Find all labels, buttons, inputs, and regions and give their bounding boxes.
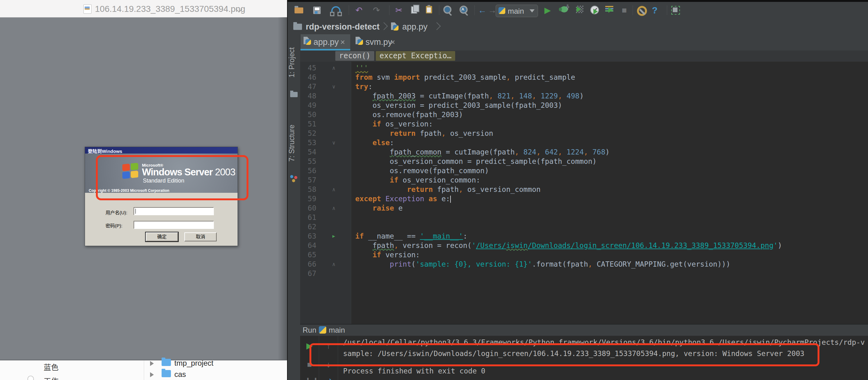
code-line-50[interactable]: 50 os.remove(fpath_2003) [300,110,868,119]
cancel-button[interactable]: 取消 [184,232,217,241]
code-line-64[interactable]: 64 fpath, version = recon('/Users/iswin/… [300,241,868,250]
line-number: 52 [300,129,316,138]
run-with-coverage-icon[interactable] [576,6,584,13]
code-line-53[interactable]: 53∨ else: [300,138,868,147]
window-shadow [278,17,287,360]
line-number: 65 [300,250,316,260]
code-line-56[interactable]: 56 os.remove(fpath_common) [300,166,868,175]
code-text: ''' [355,63,368,72]
folder-icon [162,359,171,366]
fold-marker-icon[interactable]: ∧ [330,203,338,213]
finder-folder-row[interactable]: cas [162,370,186,379]
code-editor[interactable]: 45∧'''46from svm import predict_2003_sam… [300,62,868,324]
fold-marker-icon[interactable]: ∧ [330,185,338,194]
soft-wrap-icon[interactable]: ⇄ [323,376,334,380]
disclosure-triangle-icon[interactable] [150,372,154,377]
redo-icon[interactable]: ↷ [371,5,382,16]
tab-app-py[interactable]: app.py × [301,34,350,49]
find-icon[interactable] [443,6,452,14]
code-line-59[interactable]: 59except Exception as e: [300,194,868,203]
stop-icon[interactable]: ■ [619,5,629,16]
fold-marker-icon[interactable]: ∧ [330,63,338,72]
fold-marker-icon[interactable]: ∨ [330,82,338,91]
close-icon[interactable]: × [391,37,395,47]
code-line-67[interactable]: 67 [300,269,868,278]
code-line-45[interactable]: 45∧''' [300,63,868,72]
code-line-63[interactable]: 63▶if __name__ == '__main__': [300,231,868,241]
fold-marker-icon[interactable]: ∧ [330,260,338,269]
sync-icon[interactable] [331,6,341,16]
code-text: if os_version: [355,119,433,129]
undo-icon[interactable]: ↶ [354,5,364,16]
fold-marker-icon[interactable]: ∨ [330,138,338,147]
pane-divider [144,360,144,380]
tool-button-project[interactable]: 1: Project [288,39,300,86]
password-input[interactable] [133,221,214,229]
username-label: 用户名(U): [105,209,127,215]
breadcrumb-file[interactable]: app.py [402,22,428,32]
code-line-55[interactable]: 55 os_version_common = predict_sample(fp… [300,157,868,166]
code-line-58[interactable]: 58∧ return fpath, os_version_common [300,185,868,194]
code-text: try: [355,82,372,91]
cut-icon[interactable]: ✂ [394,5,404,16]
navigate-back-icon[interactable]: ← [477,5,488,16]
disclosure-triangle-icon[interactable] [150,361,154,366]
code-line-57[interactable]: 57 if os_version_common: [300,175,868,185]
run-configuration-select[interactable]: main [496,5,538,17]
code-text: if os_version_common: [355,175,480,185]
code-line-48[interactable]: 48 fpath_2003 = cutImage(fpath, 821, 148… [300,91,868,100]
run-line-icon[interactable]: ▶ [330,231,338,241]
finder-folder-row[interactable]: tmp_project [162,359,213,368]
code-line-62[interactable]: 62 [300,222,868,231]
chevron-down-icon [530,9,534,12]
screenshot-root: 106.14.19.233_3389_1533705394.png 登陆到Win… [0,0,868,380]
console-line: Process finished with exit code 0 [343,366,485,376]
ok-button[interactable]: 确定 [146,232,178,241]
finder-tag-work[interactable]: 工作 [43,375,59,380]
structure-tool-icon[interactable] [290,175,298,182]
profiler-icon[interactable] [590,6,599,14]
project-folder-icon [293,24,302,30]
open-icon[interactable] [294,7,303,13]
breadcrumb-project[interactable]: rdp-version-detect [306,22,379,32]
tab-svm-py[interactable]: svm.py × [352,34,399,49]
close-icon[interactable]: × [340,37,345,47]
project-tool-icon[interactable] [290,92,298,97]
preview-titlebar: 106.14.19.233_3389_1533705394.png [0,0,287,18]
code-line-60[interactable]: 60∧ raise e [300,203,868,213]
chevron-right-icon [433,22,440,30]
help-icon[interactable]: ? [649,5,660,16]
code-line-46[interactable]: 46from svm import predict_2003_sample, p… [300,72,868,82]
run-icon[interactable]: ▶ [542,5,553,16]
code-text: os_version = predict_2003_sample(fpath_2… [355,100,562,110]
code-line-51[interactable]: 51 if os_version: [300,119,868,129]
finder-tag-blue[interactable]: 蓝色 [43,361,59,372]
code-line-54[interactable]: 54 fpath_common = cutImage(fpath, 824, 6… [300,147,868,157]
breadcrumb-chip-recon[interactable]: recon() [335,51,374,61]
code-line-47[interactable]: 47∨try: [300,82,868,91]
tool-button-structure[interactable]: 7: Structure [288,115,300,171]
code-text: fpath, version = recon('/Users/iswin/Dow… [355,241,782,250]
settings-wrench-icon[interactable] [637,6,647,16]
breadcrumb-chip-except[interactable]: except Exceptio… [376,51,455,61]
code-text: return fpath, os_version_common [355,185,540,194]
code-line-49[interactable]: 49 os_version = predict_2003_sample(fpat… [300,100,868,110]
line-number: 59 [300,194,316,203]
pause-icon[interactable]: ❙❙ [305,376,314,380]
code-line-65[interactable]: 65 if version: [300,250,868,260]
code-line-61[interactable]: 61 [300,213,868,222]
code-text: fpath_2003 = cutImage(fpath, 821, 148, 1… [355,91,584,100]
debug-icon[interactable] [560,6,568,12]
line-number: 49 [300,100,316,110]
concurrency-diagram-icon[interactable] [605,6,613,13]
code-text: else: [355,138,394,147]
code-line-66[interactable]: 66∧ print('sample: {0}, version: {1}'.fo… [300,260,868,269]
save-icon[interactable] [313,6,321,14]
code-line-52[interactable]: 52 return fpath, os_version [300,129,868,138]
code-text: print('sample: {0}, version: {1}'.format… [355,260,731,269]
paste-icon[interactable] [426,6,432,13]
save-all-icon[interactable] [671,6,680,14]
username-input[interactable] [133,207,214,215]
copy-icon[interactable] [411,6,417,14]
replace-icon[interactable]: A [460,6,468,14]
